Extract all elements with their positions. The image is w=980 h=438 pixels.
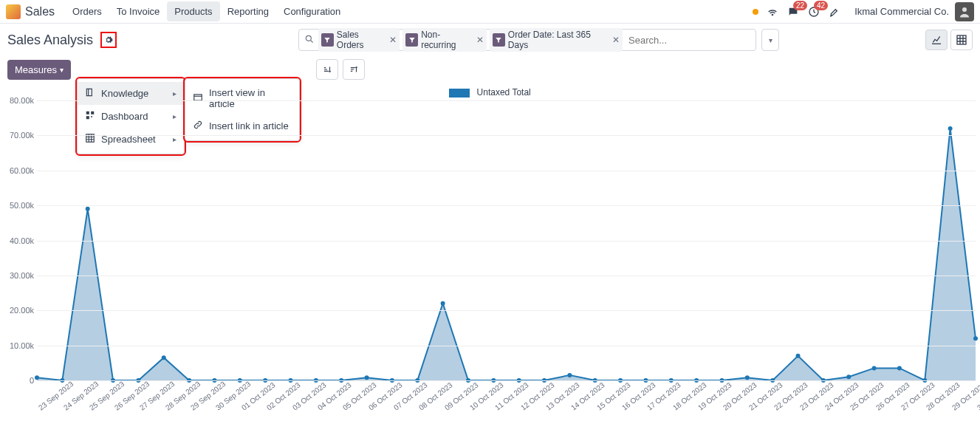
- y-tick: 50.00k: [4, 201, 34, 210]
- filter-icon: [321, 33, 334, 47]
- sort-asc-button[interactable]: [316, 59, 338, 80]
- nav-item-products[interactable]: Products: [167, 1, 219, 21]
- legend-swatch: [449, 89, 470, 97]
- pivot-view-button[interactable]: [950, 30, 973, 50]
- svg-point-44: [872, 366, 877, 370]
- chip-remove-icon[interactable]: ✕: [476, 35, 484, 45]
- user-avatar[interactable]: [955, 2, 974, 21]
- search-dropdown-toggle[interactable]: ▾: [761, 29, 779, 51]
- chart-area: Untaxed Total 010.00k20.00k30.00k40.00k5…: [0, 83, 980, 404]
- caret-down-icon: ▾: [60, 66, 64, 74]
- y-tick: 30.00k: [4, 271, 34, 280]
- search-input[interactable]: [626, 32, 755, 49]
- sort-desc-button[interactable]: [343, 59, 365, 80]
- svg-point-47: [948, 126, 953, 131]
- svg-point-48: [973, 336, 978, 341]
- chip-remove-icon[interactable]: ✕: [389, 35, 397, 45]
- nav-item-orders[interactable]: Orders: [65, 1, 109, 21]
- chart-x-axis: 23 Sep 202324 Sep 202325 Sep 202326 Sep …: [37, 381, 976, 414]
- filter-chip[interactable]: Order Date: Last 365 Days✕: [490, 28, 623, 52]
- measures-button[interactable]: Measures ▾: [7, 60, 71, 80]
- svg-point-32: [567, 373, 572, 377]
- svg-point-3: [306, 35, 311, 41]
- control-bar: Sales Analysis Sales Orders✕Non-recurrin…: [0, 24, 980, 56]
- search-icon[interactable]: [304, 34, 315, 47]
- wifi-icon[interactable]: [766, 5, 779, 18]
- graph-view-button[interactable]: [925, 30, 948, 50]
- svg-point-27: [441, 301, 445, 306]
- svg-point-0: [772, 14, 772, 15]
- svg-point-11: [35, 375, 39, 380]
- svg-point-16: [162, 355, 166, 360]
- app-icon: [6, 4, 21, 19]
- filter-icon: [405, 33, 418, 47]
- y-tick: 80.00k: [4, 96, 34, 105]
- filter-icon: [493, 33, 505, 47]
- chip-label: Sales Orders: [337, 30, 386, 50]
- svg-point-13: [86, 207, 90, 211]
- chip-label: Non-recurring: [421, 30, 473, 50]
- svg-point-45: [897, 366, 902, 370]
- y-tick: 0: [4, 376, 34, 385]
- messages-badge: 22: [793, 1, 807, 10]
- svg-point-24: [365, 375, 369, 380]
- svg-point-41: [796, 354, 801, 358]
- search-bar: Sales Orders✕Non-recurring✕Order Date: L…: [298, 29, 756, 51]
- chart-plot[interactable]: 010.00k20.00k30.00k40.00k50.00k60.00k70.…: [37, 100, 976, 381]
- gear-icon[interactable]: [100, 32, 117, 48]
- y-tick: 20.00k: [4, 306, 34, 315]
- y-tick: 70.00k: [4, 131, 34, 140]
- filter-chip[interactable]: Non-recurring✕: [402, 28, 487, 52]
- measures-label: Measures: [15, 64, 57, 75]
- y-tick: 40.00k: [4, 236, 34, 245]
- status-dot-icon: [753, 9, 758, 15]
- y-tick: 10.00k: [4, 341, 34, 350]
- legend-label: Untaxed Total: [477, 87, 531, 97]
- toolbar: Measures ▾ Knowledge▸Dashboard▸Spreadshe…: [0, 56, 980, 83]
- nav-item-configuration[interactable]: Configuration: [276, 1, 348, 21]
- chip-label: Order Date: Last 365 Days: [508, 30, 609, 50]
- svg-point-39: [745, 375, 750, 380]
- nav-item-to-invoice[interactable]: To Invoice: [109, 1, 168, 21]
- svg-point-2: [962, 7, 967, 12]
- page-title: Sales Analysis: [7, 32, 93, 48]
- top-navbar: Sales OrdersTo InvoiceProductsReportingC…: [0, 0, 980, 24]
- tools-icon[interactable]: [828, 5, 841, 18]
- nav-item-reporting[interactable]: Reporting: [220, 1, 276, 21]
- app-name: Sales: [25, 5, 55, 18]
- filter-chip[interactable]: Sales Orders✕: [318, 28, 400, 52]
- y-tick: 60.00k: [4, 166, 34, 175]
- activities-icon[interactable]: 42: [807, 5, 820, 18]
- svg-point-43: [846, 374, 851, 379]
- messages-icon[interactable]: 22: [787, 5, 800, 18]
- user-company[interactable]: Ikmal Commercial Co.: [854, 6, 949, 17]
- chart-legend: Untaxed Total: [4, 87, 976, 97]
- chip-remove-icon[interactable]: ✕: [612, 35, 620, 45]
- activities-badge: 42: [814, 1, 828, 10]
- svg-rect-4: [957, 35, 966, 44]
